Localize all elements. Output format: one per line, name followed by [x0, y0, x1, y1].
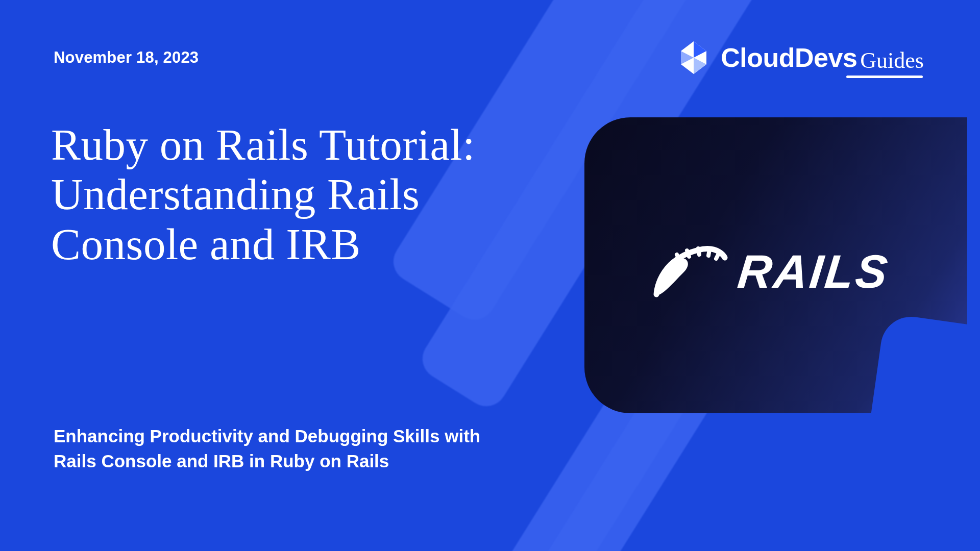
svg-line-4 [716, 254, 719, 259]
brand-underline-decor [846, 76, 923, 78]
svg-line-1 [687, 251, 689, 257]
feature-image-card: RAILS [584, 117, 967, 413]
article-title: Ruby on Rails Tutorial: Understanding Ra… [51, 120, 475, 269]
svg-line-2 [698, 248, 699, 255]
rails-logo-text: RAILS [735, 245, 892, 298]
brand-header: CloudDevsGuides [676, 40, 924, 76]
brand-name: CloudDevs [721, 43, 857, 72]
svg-line-3 [708, 249, 709, 256]
rails-wave-icon [652, 232, 729, 298]
publish-date: November 18, 2023 [54, 48, 199, 67]
svg-line-0 [677, 255, 680, 260]
clouddevs-logo-icon [676, 40, 712, 76]
rails-logo: RAILS [652, 232, 889, 298]
article-subtitle: Enhancing Productivity and Debugging Ski… [54, 423, 480, 473]
brand-section: Guides [860, 48, 924, 73]
brand-text-group: CloudDevsGuides [721, 42, 924, 73]
